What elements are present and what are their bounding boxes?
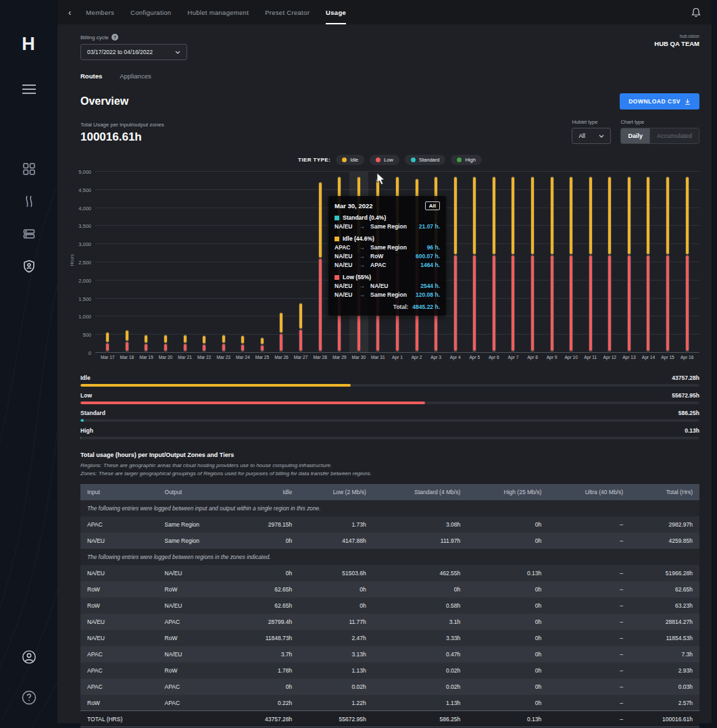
bar-segment-standard (589, 351, 593, 353)
help-icon[interactable] (22, 690, 36, 705)
tier-legend-title: TIER TYPE: (298, 157, 330, 163)
x-tick-label: Mar 20 (156, 355, 176, 360)
hublet-type-select[interactable]: All (572, 128, 611, 144)
legend-pill-low[interactable]: Low (370, 155, 399, 165)
chart-bar-mar-28[interactable] (310, 172, 330, 353)
chart-type-toggle: Daily Accumulated (620, 128, 699, 144)
sidebar-item-appliances[interactable] (22, 226, 36, 241)
bar-segment-idle (550, 176, 554, 255)
table-note-regions: Regions: These are geographic areas that… (80, 462, 699, 470)
tab-appliances[interactable]: Appliances (120, 72, 151, 80)
bar-segment-low (589, 255, 593, 351)
bar-segment-standard (569, 351, 573, 353)
bar-segment-standard (144, 351, 148, 353)
tab-members[interactable]: Members (86, 0, 114, 24)
bar-segment-idle (685, 176, 689, 255)
bar-segment-standard (685, 351, 689, 353)
org-block: hub.vision HUB QA TEAM (654, 34, 699, 47)
chart-bar-apr-11[interactable] (580, 172, 600, 353)
legend-pill-standard[interactable]: Standard (405, 155, 445, 165)
y-tick-label: 2,000 (67, 278, 91, 284)
billing-info-icon[interactable]: ? (112, 34, 118, 41)
chart-bar-mar-27[interactable] (291, 172, 311, 353)
chart-bar-apr-16[interactable] (677, 172, 697, 353)
chart-type-daily-button[interactable]: Daily (621, 128, 649, 143)
sidebar-item-routes[interactable] (22, 194, 36, 209)
bar-segment-low (646, 255, 650, 351)
sidebar-item-admin-shield[interactable] (22, 259, 36, 274)
y-tick-label: 5,000 (67, 169, 91, 175)
chart-bar-apr-14[interactable] (639, 172, 658, 353)
table-row: RoWRoW62.65h0h0h0h–62.65h (80, 581, 699, 598)
legend-pill-high[interactable]: High (451, 155, 481, 165)
chart-bar-apr-9[interactable] (542, 172, 562, 353)
tab-routes[interactable]: Routes (80, 72, 102, 80)
billing-cycle-select[interactable]: 03/17/2022 to 04/16/2022 (80, 44, 187, 60)
chart-bar-mar-23[interactable] (214, 172, 233, 353)
tooltip-date: Mar 30, 2022 (335, 202, 373, 210)
account-icon[interactable] (22, 650, 36, 664)
column-header: Output (158, 484, 234, 500)
chart-bar-apr-12[interactable] (600, 172, 620, 353)
hublet-type-value: All (578, 132, 585, 139)
chart-bar-mar-24[interactable] (233, 172, 253, 353)
download-csv-button[interactable]: DOWNLOAD CSV (620, 93, 699, 110)
chart-bar-apr-5[interactable] (465, 172, 485, 353)
y-tick-label: 3,000 (67, 241, 91, 247)
content: Billing cycle ? 03/17/2022 to 04/16/2022… (57, 24, 712, 727)
app-logo[interactable]: H (22, 34, 36, 55)
chart-bar-mar-25[interactable] (253, 172, 272, 353)
chart-bar-mar-26[interactable] (272, 172, 291, 353)
tab-preset-creator[interactable]: Preset Creator (265, 0, 310, 24)
chart-bar-apr-10[interactable] (562, 172, 581, 353)
tab-configuration[interactable]: Configuration (130, 0, 171, 24)
chart-bar-apr-15[interactable] (658, 172, 678, 353)
billing-cycle-value: 03/17/2022 to 04/16/2022 (87, 49, 153, 55)
x-tick-label: Apr 8 (523, 355, 543, 360)
table-row: NA/EUSame Region0h4147.88h111.97h0h–4259… (80, 533, 699, 549)
chart-bar-apr-7[interactable] (503, 172, 523, 353)
bar-segment-standard (666, 351, 670, 353)
tier-total-high: High0.13h (80, 427, 699, 439)
chart-bar-apr-13[interactable] (620, 172, 639, 353)
tooltip-all-badge: All (425, 201, 440, 210)
menu-icon[interactable] (22, 82, 36, 97)
tab-usage[interactable]: Usage (326, 0, 346, 24)
bar-segment-standard (627, 351, 631, 353)
chart-bar-mar-19[interactable] (137, 172, 156, 353)
x-tick-label: Apr 14 (639, 355, 658, 360)
hublet-type-label: Hublet type (572, 119, 611, 125)
table-note-row: The following entries were logged betwee… (80, 549, 699, 565)
chart-bar-apr-8[interactable] (523, 172, 543, 353)
x-tick-label: Apr 15 (658, 355, 678, 360)
bar-segment-low (222, 343, 226, 351)
tooltip-section-header: Low (55%) (335, 274, 440, 281)
collapse-chevron-icon[interactable]: ‹ (68, 7, 71, 18)
tier-total-idle: Idle43757.28h (80, 374, 699, 387)
column-header: Ultra (40 Mb/s) (548, 484, 630, 500)
chart-bar-mar-20[interactable] (156, 172, 176, 353)
y-tick-label: 0 (67, 350, 91, 356)
legend-pill-idle[interactable]: Idle (336, 155, 364, 165)
bar-segment-idle (183, 335, 187, 344)
table-row: APACNA/EU3.7h3.13h0.47h0h–7.3h (80, 646, 699, 662)
tab-hublet-management[interactable]: Hublet management (187, 0, 249, 24)
bar-segment-standard (241, 351, 245, 353)
chart-bar-apr-6[interactable] (485, 172, 504, 353)
sidebar-item-dashboard[interactable] (22, 162, 36, 176)
chart-bar-apr-4[interactable] (445, 172, 465, 353)
chart-bar-mar-22[interactable] (195, 172, 214, 353)
usage-table-body: The following entries were logged betwee… (80, 500, 699, 727)
chart-bar-mar-21[interactable] (175, 172, 195, 353)
chart-bar-mar-18[interactable] (118, 172, 137, 353)
tooltip-total-label: Total: (393, 304, 409, 310)
bar-segment-idle (299, 303, 303, 329)
bar-segment-idle (453, 176, 458, 255)
bar-segment-standard (472, 351, 476, 353)
chart-bar-mar-17[interactable] (98, 172, 118, 353)
bar-segment-standard (105, 351, 109, 353)
chart-type-accumulated-button[interactable]: Accumulated (649, 128, 699, 143)
table-note-row: The following entries were logged betwee… (80, 500, 699, 516)
x-tick-label: Apr 6 (485, 355, 504, 360)
notifications-bell-icon[interactable] (691, 7, 701, 18)
